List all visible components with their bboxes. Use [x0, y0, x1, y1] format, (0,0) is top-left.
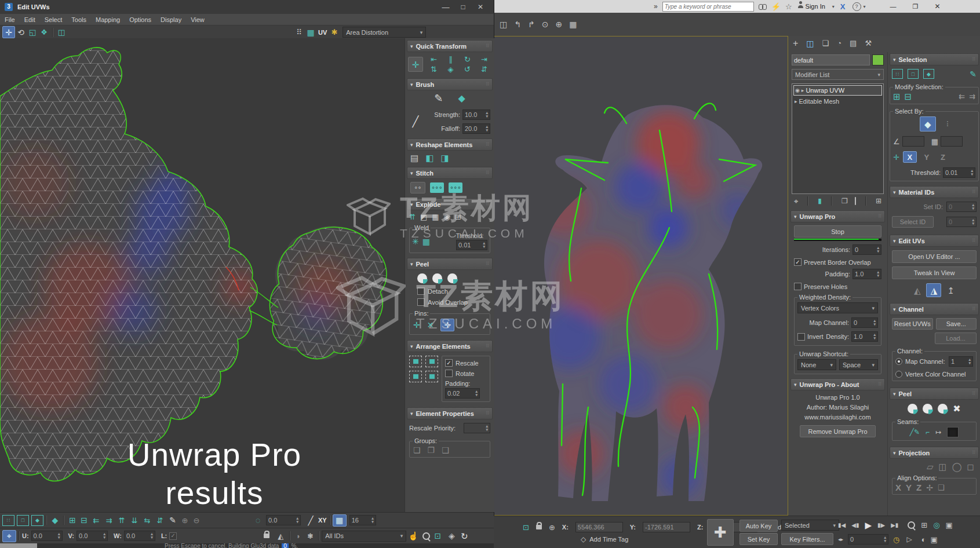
current-frame-field[interactable]: 0 [848, 534, 888, 545]
sign-in-button[interactable]: Sign In [806, 3, 825, 10]
rollout-quick-transform[interactable]: Quick Transform [407, 40, 493, 52]
dialog-maximize-button[interactable]: □ [454, 3, 472, 10]
zoom-extents-icon[interactable]: ◎ [933, 521, 939, 529]
communication-icon[interactable]: ⚡ [771, 3, 781, 10]
stack-row-unwrap-uvw[interactable]: ◉ ▸ Unwrap UVW [793, 85, 882, 96]
selection-set-dropdown[interactable]: Selected [781, 520, 839, 531]
next-frame-icon[interactable]: ▮▶ [877, 523, 885, 528]
pelt-icon[interactable]: ✖ [953, 404, 960, 414]
align-vertical-icon[interactable]: ∥ [443, 56, 458, 63]
rotate-ccw-icon[interactable]: ↺ [460, 65, 475, 73]
open-uv-editor-button[interactable]: Open UV Editor ... [892, 250, 977, 263]
reset-uvws-button[interactable]: Reset UVWs [892, 318, 933, 330]
load-button[interactable]: Load... [935, 333, 977, 344]
prevent-border-overlap-checkbox[interactable] [794, 258, 802, 266]
weld-selected-icon[interactable]: ✳ [412, 238, 419, 246]
relax-until-flat-icon[interactable]: ◧ [425, 154, 433, 162]
about-website-link[interactable]: www.mariussilaghi.com [794, 414, 881, 421]
menu-mapping[interactable]: Mapping [96, 16, 120, 23]
pack-together-icon[interactable] [425, 356, 438, 367]
peel-mode-icon[interactable] [908, 404, 917, 414]
menu-file[interactable]: File [5, 16, 15, 23]
set-keys-button[interactable]: ✚ [707, 519, 734, 546]
avoid-overlap-checkbox[interactable] [417, 298, 425, 306]
help-icon[interactable]: ? [853, 2, 861, 11]
shortcut-key-dropdown[interactable]: Space [839, 359, 878, 370]
quick-peel-icon[interactable]: ↥ [947, 286, 955, 295]
align-z-button[interactable]: Z [916, 483, 921, 492]
vertex-subobject-icon[interactable]: ∷ [892, 69, 903, 79]
align-x-button[interactable]: X [895, 483, 901, 492]
shrink-uv-selection-icon[interactable]: ⊟ [78, 516, 90, 524]
move-brush-icon[interactable]: ✎ [434, 93, 443, 104]
quick-transform-gizmo-icon[interactable]: ✛ [408, 57, 423, 72]
rotate-checkbox[interactable] [445, 370, 453, 377]
selection-lock-icon[interactable] [536, 525, 542, 529]
field-of-view-icon[interactable]: ▷ [906, 536, 912, 543]
expand-arrow-icon[interactable]: ▸ [802, 88, 804, 93]
rollout-stitch[interactable]: Stitch [407, 167, 493, 179]
window-close-button[interactable]: ✕ [934, 3, 940, 10]
cylindrical-map-icon[interactable]: ◫ [939, 462, 947, 471]
box-map-icon[interactable]: ◻ [967, 462, 974, 471]
zoom-extents-selected-icon[interactable]: ◈ [445, 532, 458, 540]
stop-button[interactable]: Stop [794, 225, 881, 238]
absolute-mode-icon[interactable]: ⌖ [2, 530, 16, 542]
break-icon[interactable]: ⇈ [409, 213, 416, 221]
auto-key-button[interactable]: Auto Key [739, 520, 778, 532]
search-input[interactable] [662, 2, 754, 12]
rollout-arrange-elements[interactable]: Arrange Elements [407, 340, 493, 352]
key-filters-button[interactable]: Key Filters... [781, 533, 833, 545]
weighted-density-dropdown[interactable]: Vertex Colors [797, 302, 878, 313]
tab-create-icon[interactable]: + [793, 39, 798, 48]
select-by-element-icon[interactable]: ◆ [920, 116, 936, 131]
ring-grow-icon[interactable]: ⇈ [115, 517, 128, 524]
stack-row-editable-mesh[interactable]: ▸ Editable Mesh [793, 97, 882, 106]
add-time-tag-icon[interactable]: ◇ [581, 536, 586, 543]
rollout-unwrap-pro[interactable]: Unwrap Pro [790, 210, 885, 222]
rescale-elements-icon[interactable] [425, 371, 438, 382]
tab-utilities-icon[interactable]: ⚒ [865, 39, 872, 47]
rescale-checkbox[interactable] [445, 359, 453, 367]
edit-seams-icon[interactable]: ╱✎ [910, 429, 920, 436]
edge-mode-icon[interactable]: □ [17, 515, 29, 526]
unlink-icon[interactable]: ↱ [528, 20, 535, 28]
loop-shrink-icon[interactable]: ⇉ [103, 517, 115, 524]
point-to-point-icon[interactable]: ⁝ [946, 120, 949, 128]
relax-icon[interactable]: ◨ [440, 154, 449, 162]
expand-arrow-icon[interactable]: ▸ [795, 99, 797, 104]
grow-selection-icon[interactable]: ⊞ [893, 92, 901, 101]
pelt-map-icon[interactable] [938, 404, 948, 414]
pin-stack-icon[interactable]: ⌖ [794, 198, 798, 205]
angle-threshold-field[interactable] [902, 136, 924, 147]
favorites-star-icon[interactable]: ☆ [785, 3, 792, 10]
rollout-material-ids[interactable]: Material IDs [890, 186, 979, 198]
group-select-icon[interactable]: ❑ [442, 446, 449, 454]
move-tool-icon[interactable]: ✛ [2, 26, 15, 38]
tab-hierarchy-icon[interactable]: ❏ [822, 39, 829, 47]
menu-display[interactable]: Display [161, 16, 181, 23]
soft-selection-icon[interactable]: ◌ [252, 516, 264, 524]
fit-icon[interactable]: ❑ [938, 484, 945, 491]
face-subobject-icon[interactable]: ◆ [923, 69, 934, 79]
invert-checkbox[interactable] [797, 333, 805, 341]
menu-view[interactable]: View [191, 16, 205, 23]
padding-field[interactable]: 1.0 [853, 269, 881, 279]
v-field[interactable]: 0.0 [76, 531, 108, 541]
go-to-start-icon[interactable]: ▮◀ [838, 523, 846, 528]
point-to-point-seam-icon[interactable]: ⌐ [926, 429, 930, 436]
paint-select-brush-icon[interactable]: ✎ [166, 516, 179, 524]
scale-tool-icon[interactable]: ◱ [27, 28, 38, 36]
detach-checkbox[interactable] [417, 287, 425, 295]
align-horizontal-icon[interactable]: ⇤ [427, 56, 441, 63]
toolbar-overflow-icon[interactable]: » [654, 3, 658, 10]
straighten-selection-icon[interactable]: ▤ [410, 154, 418, 162]
pan-icon[interactable]: ☝ [406, 532, 420, 540]
peel-reset-icon[interactable] [923, 404, 932, 414]
strength-field[interactable]: 10.0 [462, 109, 490, 120]
freeze-icon[interactable]: ❄ [304, 532, 316, 540]
named-selection-icon[interactable]: ◫ [500, 20, 507, 28]
zoom-to-gizmo-icon[interactable]: ↻ [458, 532, 471, 540]
window-minimize-button[interactable]: — [890, 3, 897, 10]
ring-mode-icon[interactable]: ⇵ [154, 517, 166, 524]
